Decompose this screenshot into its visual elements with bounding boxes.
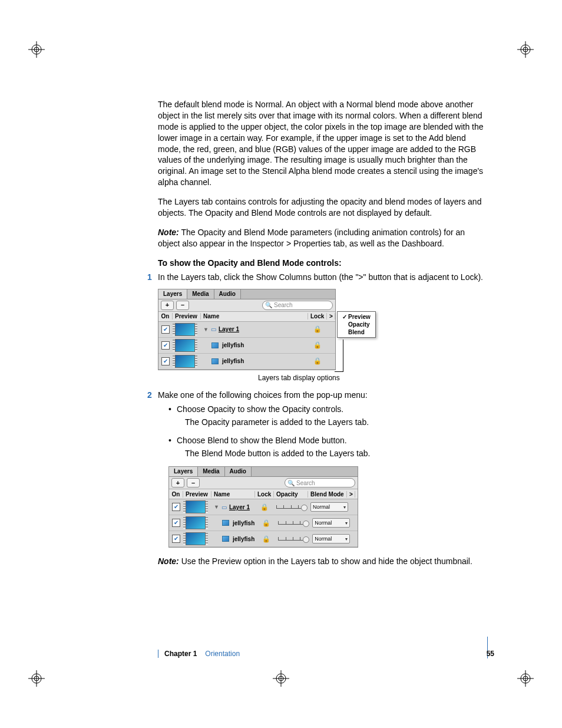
clip-icon: [211, 342, 219, 348]
row-name: Layer 1: [219, 326, 239, 332]
add-button[interactable]: +: [161, 301, 174, 310]
row-name: Layer 1: [229, 504, 250, 510]
header-on: On: [169, 491, 183, 498]
tab-audio[interactable]: Audio: [214, 289, 241, 299]
step-number: 2: [147, 389, 152, 401]
bullet-item: Choose Blend to show the Blend Mode butt…: [168, 434, 488, 460]
thumbnail: [186, 532, 206, 545]
lock-icon[interactable]: 🔒: [262, 519, 270, 526]
popup-item[interactable]: Opacity: [340, 321, 373, 328]
row-name: jellyfish: [233, 536, 254, 542]
tab-layers[interactable]: Layers: [158, 289, 187, 299]
clip-icon: [211, 358, 219, 364]
step-2: 2 Make one of the following choices from…: [158, 389, 488, 401]
blend-mode-dropdown[interactable]: Normal▾: [312, 518, 350, 528]
tab-audio[interactable]: Audio: [225, 467, 252, 476]
visibility-checkbox[interactable]: ✔: [161, 325, 170, 334]
layer-group-icon: ▭: [211, 326, 216, 332]
bullet-item: Choose Opacity to show the Opacity contr…: [168, 403, 488, 429]
page-footer: Chapter 1 Orientation 55: [158, 650, 494, 658]
figure-layers-popup: Layers Media Audio + – 🔍 Search On Previ…: [158, 289, 488, 377]
note-paragraph: Note: Use the Preview option in the Laye…: [158, 556, 488, 567]
body-paragraph: The Layers tab contains controls for adj…: [158, 196, 488, 219]
search-icon: 🔍: [287, 480, 295, 486]
note-label: Note:: [158, 556, 179, 566]
header-preview: Preview: [173, 313, 201, 319]
row-name: jellyfish: [222, 358, 244, 364]
search-icon: 🔍: [265, 302, 272, 308]
figure-layers-expanded: Layers Media Audio + – 🔍 Search On Previ…: [158, 466, 488, 548]
layer-row[interactable]: ✔ jellyfish 🔒: [158, 338, 335, 354]
layer-group-icon: ▭: [222, 504, 227, 510]
remove-button[interactable]: –: [176, 301, 189, 310]
body-paragraph: The default blend mode is Normal. An obj…: [158, 99, 488, 188]
popup-item[interactable]: ✓Preview: [340, 313, 373, 321]
layer-row[interactable]: ✔ ▼▭Layer 1 🔒: [158, 322, 335, 338]
thumbnail: [175, 339, 195, 352]
clip-icon: [222, 536, 229, 542]
page-number: 55: [487, 650, 494, 658]
note-paragraph: Note: The Opacity and Blend Mode paramet…: [158, 227, 488, 249]
thumbnail: [186, 500, 206, 513]
blend-mode-dropdown[interactable]: Normal▾: [310, 502, 348, 512]
header-preview: Preview: [183, 491, 211, 498]
bullet-subtext: The Opacity parameter is added to the La…: [185, 416, 488, 428]
header-lock: Lock: [255, 491, 274, 498]
opacity-slider[interactable]: [278, 521, 308, 525]
thumbnail: [175, 355, 195, 368]
header-name: Name: [201, 313, 308, 319]
header-on: On: [158, 313, 173, 319]
layer-row[interactable]: ✔ jellyfish 🔒: [158, 354, 335, 370]
lock-icon[interactable]: 🔒: [313, 357, 322, 364]
layer-row[interactable]: ✔ jellyfish 🔒 Normal▾: [169, 515, 358, 531]
layer-row[interactable]: ✔ ▼▭Layer 1 🔒 Normal▾: [169, 499, 358, 515]
layers-panel-expanded: Layers Media Audio + – 🔍 Search On Previ…: [168, 466, 358, 548]
search-input[interactable]: 🔍 Search: [262, 301, 333, 310]
chapter-label: Chapter 1: [164, 650, 197, 658]
lock-icon[interactable]: 🔒: [313, 341, 322, 348]
remove-button[interactable]: –: [187, 478, 200, 487]
show-columns-button[interactable]: >: [347, 491, 355, 498]
visibility-checkbox[interactable]: ✔: [172, 519, 180, 527]
step-number: 1: [147, 271, 152, 283]
registration-mark-icon: [517, 670, 534, 687]
disclosure-triangle-icon[interactable]: ▼: [203, 327, 209, 332]
lock-icon[interactable]: 🔒: [313, 325, 322, 332]
registration-mark-icon: [28, 41, 45, 58]
opacity-slider[interactable]: [278, 537, 308, 541]
visibility-checkbox[interactable]: ✔: [172, 503, 180, 511]
tab-layers[interactable]: Layers: [169, 467, 198, 476]
layer-row[interactable]: ✔ jellyfish 🔒 Normal▾: [169, 531, 358, 547]
tab-media[interactable]: Media: [187, 289, 214, 299]
lock-icon[interactable]: 🔒: [260, 503, 269, 510]
disclosure-triangle-icon[interactable]: ▼: [214, 504, 219, 510]
columns-popup: ✓PreviewOpacityBlend: [337, 311, 376, 338]
step-text: Make one of the following choices from t…: [158, 390, 368, 400]
registration-mark-icon: [28, 670, 45, 687]
step-text: In the Layers tab, click the Show Column…: [158, 272, 483, 282]
note-label: Note:: [158, 228, 179, 237]
lock-icon[interactable]: 🔒: [262, 535, 270, 542]
add-button[interactable]: +: [171, 478, 184, 487]
registration-mark-icon: [517, 41, 534, 58]
visibility-checkbox[interactable]: ✔: [161, 341, 170, 350]
row-name: jellyfish: [233, 520, 254, 526]
header-lock: Lock: [308, 313, 327, 319]
step-1: 1 In the Layers tab, click the Show Colu…: [158, 271, 488, 283]
opacity-slider[interactable]: [276, 505, 306, 509]
blend-mode-dropdown[interactable]: Normal▾: [312, 534, 350, 543]
clip-icon: [222, 520, 229, 526]
thumbnail: [175, 323, 195, 336]
visibility-checkbox[interactable]: ✔: [172, 535, 180, 543]
layers-panel: Layers Media Audio + – 🔍 Search On Previ…: [158, 289, 336, 370]
header-name: Name: [211, 491, 255, 498]
search-placeholder: Search: [296, 480, 315, 486]
show-columns-button[interactable]: >: [327, 313, 335, 319]
search-input[interactable]: 🔍 Search: [285, 478, 355, 487]
tab-media[interactable]: Media: [198, 467, 224, 476]
visibility-checkbox[interactable]: ✔: [161, 357, 170, 365]
popup-item[interactable]: Blend: [340, 328, 373, 336]
chapter-title: Orientation: [205, 650, 240, 658]
header-blend: Blend Mode: [308, 491, 347, 498]
procedure-heading: To show the Opacity and Blend Mode contr…: [158, 258, 488, 269]
